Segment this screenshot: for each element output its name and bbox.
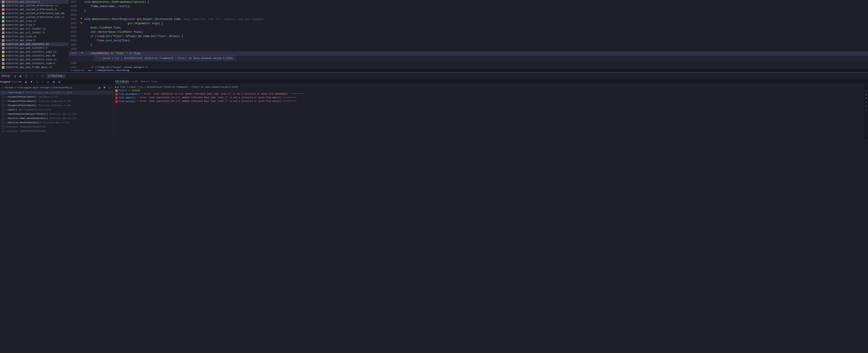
file-tree: electron_api_session.helectron_api_syste…: [0, 0, 68, 72]
grid2-icon[interactable]: ⊟: [57, 80, 61, 84]
file-tree-item[interactable]: electron_api_system_preferences_win.cc: [0, 15, 68, 19]
debugger-tab[interactable]: Debugger: [2, 80, 6, 84]
file-tree-item[interactable]: electron_api_web_contents_view.cc: [0, 58, 68, 62]
frame-item[interactable]: ⬡::Call()api-arguments-inl.h:152: [0, 107, 113, 112]
tab-lldb[interactable]: LLDB: [132, 80, 138, 83]
pause-all-icon[interactable]: ✕: [46, 80, 50, 84]
list-icon[interactable]: ≡: [19, 80, 22, 84]
frame-file: 0x0000001e0008fd78: [20, 126, 45, 128]
svg-rect-1: [2, 4, 4, 7]
frames-toolbar: Debugger ▣ Console ≡ ▲ ▼ ⤵ ↑ ✕ ⊞ ⊟: [0, 79, 113, 85]
file-tree-item[interactable]: electron_api_web_contents_view.h: [0, 62, 68, 65]
var-name: file.value(): [119, 100, 135, 103]
tab-memory-view[interactable]: Memory View: [141, 80, 157, 83]
frame-item[interactable]: ⬡::DispatchToCallback()function_template…: [0, 99, 113, 103]
svg-rect-3: [2, 12, 4, 15]
grid-icon[interactable]: ⊞: [52, 80, 56, 84]
file-icon: [2, 62, 5, 65]
code-line: 2849}: [68, 8, 868, 13]
step-over-button[interactable]: ⤵: [24, 73, 29, 78]
file-icon: [2, 35, 5, 38]
file-name: electron_api_web_frame_main.cc: [6, 66, 52, 69]
vars-list-btn[interactable]: ≡: [864, 89, 868, 92]
line-number: 2862: [68, 65, 79, 68]
call-popup: + ≡ {void (*)() | 0x11597c3c0} (Electron…: [94, 56, 236, 61]
file-tree-item[interactable]: electron_api_view.h: [0, 38, 68, 42]
frame-item[interactable]: ⬡<unknown>0x0000001e0008a640: [0, 129, 113, 133]
step-out-button[interactable]: ↑: [35, 73, 40, 78]
thread-down-btn[interactable]: ▼: [102, 86, 106, 90]
popup-icon: + ≡: [97, 57, 101, 60]
file-tree-item[interactable]: electron_api_session.h: [0, 0, 68, 4]
file-icon: [2, 54, 5, 57]
step-back-button[interactable]: ↶: [40, 73, 45, 78]
line-number: 2857: [68, 43, 79, 47]
console-tab[interactable]: Console: [13, 80, 17, 84]
down-icon[interactable]: ▼: [30, 80, 33, 84]
var-value: = {void}: [129, 89, 140, 92]
thread-more-btn[interactable]: ⋯: [108, 86, 112, 90]
var-bullet-icon: !: [115, 97, 118, 99]
vars-expand-item[interactable]: ▶ ▶ file = {void (*)() | 0x11597c3c0} (E…: [114, 85, 864, 89]
line-content: std::vector<base::FilePath> files;: [84, 30, 868, 34]
file-tree-item[interactable]: electron_api_url_loader.cc: [0, 27, 68, 31]
file-tree-item[interactable]: electron_api_url_loader.h: [0, 31, 68, 35]
vars-up-btn[interactable]: ▲: [864, 93, 868, 96]
debug-tab-close[interactable]: ×: [63, 75, 64, 77]
restart-button[interactable]: ↺: [12, 73, 17, 78]
file-icon: [2, 4, 5, 7]
step-out-icon[interactable]: ↑: [41, 80, 44, 84]
thread-item[interactable]: ✓ Thread-1-<com.apple.main-thread>-[CrBr…: [0, 85, 113, 91]
file-icon: [2, 27, 5, 30]
frame-fn: ::DispatchToCallback(): [6, 100, 37, 102]
file-name: electron_api_web_contents_view.h: [6, 62, 55, 65]
var-item: !file()= {void}: [114, 89, 864, 92]
debug-tab-testing[interactable]: ⬡ Testing ×: [47, 74, 65, 78]
vars-circle-btn[interactable]: ◎: [864, 108, 868, 112]
file-tree-item[interactable]: electron_api_tray.cc: [0, 19, 68, 23]
debug-dot-icon: ❤: [82, 52, 83, 54]
thread-up-btn[interactable]: ▲: [97, 86, 101, 90]
git-mod-icon: ◆: [81, 22, 82, 24]
file-tree-item[interactable]: electron_api_web_contents_mac.mm: [0, 54, 68, 58]
svg-rect-9: [2, 35, 4, 38]
file-tree-item[interactable]: electron_api_system_preferences.cc: [0, 4, 68, 8]
svg-rect-0: [2, 1, 4, 3]
line-content: frame_subscriber_.reset();: [84, 4, 868, 8]
pause-button[interactable]: ▶: [18, 73, 23, 78]
frame-item[interactable]: ⬡<unknown>0x0000001e0008fd78: [0, 125, 113, 129]
frame-icon: ⬡: [2, 117, 5, 120]
vars-close-btn[interactable]: ✕: [864, 101, 868, 104]
frame-icon: ⬡: [2, 125, 5, 128]
line-number: 2849: [68, 8, 79, 13]
file-tree-item[interactable]: electron_api_view.cc: [0, 35, 68, 38]
frame-item[interactable]: ⬡::Builtin_Impl_HandleApiCall()builtins-…: [0, 116, 113, 121]
file-tree-item[interactable]: electron_api_system_preferences_mac.mm: [0, 11, 68, 15]
frame-item[interactable]: ⬡::StartDrag()electron_api_web_contents.…: [0, 91, 113, 95]
step-into-button[interactable]: ↓: [29, 73, 34, 78]
code-line: 2859→❤ LOG(WARNING) << "file: " << file;: [68, 51, 868, 56]
breadcrumb-icon: ⬡: [70, 69, 72, 72]
frame-item[interactable]: ⬡::Builtin_HandleApiCall()builtins-api.c…: [0, 121, 113, 125]
vars-add-btn[interactable]: +: [864, 85, 868, 89]
up-icon[interactable]: ▲: [24, 80, 28, 84]
tab-variables[interactable]: Variables: [115, 80, 129, 83]
svg-rect-15: [2, 58, 4, 61]
frame-item[interactable]: ⬡::DispatchToCallback()function_template…: [0, 103, 113, 107]
line-number: 2855: [68, 34, 79, 38]
vars-down-btn[interactable]: ▼: [864, 97, 868, 100]
frame-file: function_template.h:230: [38, 100, 71, 102]
step-in-icon[interactable]: ⤵: [35, 80, 39, 84]
file-tree-item[interactable]: electron_api_system_preferences.h: [0, 8, 68, 11]
file-name: electron_api_web_contents_impl.cc: [6, 51, 57, 54]
file-tree-item[interactable]: electron_api_tray.h: [0, 23, 68, 27]
frame-item[interactable]: ⬡::DispatchToCallback()callback.h:167: [0, 95, 113, 99]
file-tree-item[interactable]: electron_api_web_contents_impl.cc: [0, 50, 68, 54]
file-tree-item[interactable]: electron_api_web_contents.cc: [0, 42, 68, 46]
vars-hex-btn[interactable]: ⬡: [864, 104, 868, 108]
file-tree-item[interactable]: electron_api_web_frame_main.cc: [0, 65, 68, 69]
file-tree-item[interactable]: electron_api_web_contents.h: [0, 46, 68, 50]
frame-item[interactable]: ⬡::HandleApiCallHelper<false>()builtins-…: [0, 112, 113, 116]
thread-check-icon: ✓: [2, 86, 3, 89]
var-name: file(): [119, 89, 127, 92]
